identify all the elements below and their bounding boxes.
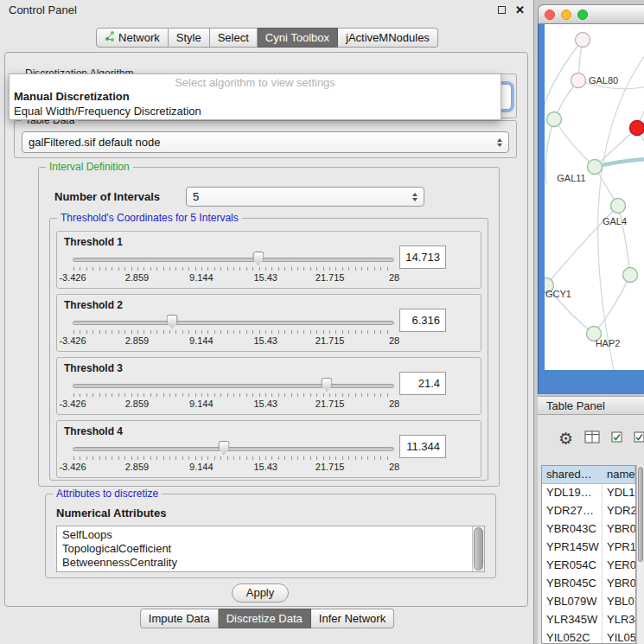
table-cell[interactable]: YDL19… xyxy=(542,484,603,502)
columns-icon[interactable] xyxy=(584,430,600,447)
threshold-4-slider[interactable]: -3.4262.8599.14415.4321.71528 xyxy=(73,440,394,476)
number-of-intervals-combobox[interactable]: 5 xyxy=(186,187,424,207)
scrollbar-thumb[interactable] xyxy=(638,467,643,562)
table-cell[interactable]: YBR045C xyxy=(542,575,603,593)
table-panel-titlebar[interactable]: Table Panel xyxy=(538,396,644,415)
table-cell[interactable]: YDR27… xyxy=(542,502,603,520)
table-row[interactable]: YLR345WYLR34 xyxy=(542,611,635,629)
network-canvas[interactable]: GAL80GAL11GAL4GCY1HAP2 xyxy=(545,24,644,370)
slider-track[interactable] xyxy=(73,321,394,325)
network-window-titlebar[interactable] xyxy=(538,4,644,24)
threshold-value-field[interactable]: 14.713 xyxy=(399,245,446,269)
close-icon[interactable]: ✕ xyxy=(515,4,525,16)
minimize-traffic-light-icon[interactable] xyxy=(561,10,571,20)
table-cell[interactable]: YDR27 xyxy=(603,502,635,520)
scrollbar-thumb[interactable] xyxy=(474,527,483,571)
table-cell[interactable]: YPR145W xyxy=(542,539,603,557)
table-cell[interactable]: YBL07 xyxy=(603,593,635,611)
dropdown-option-manual-discretization[interactable]: Manual Discretization xyxy=(10,89,501,104)
slider-thumb[interactable] xyxy=(167,315,178,328)
slider-scale-label: -3.426 xyxy=(59,272,86,283)
select-all-checkbox-icon[interactable] xyxy=(634,430,644,446)
table-cell[interactable]: YBR04 xyxy=(603,575,635,593)
threshold-1-slider[interactable]: -3.4262.8599.14415.4321.71528 xyxy=(73,251,394,287)
table-row[interactable]: YBR045CYBR04 xyxy=(542,575,635,593)
list-scrollbar[interactable] xyxy=(472,526,484,571)
column-header-shared-name[interactable]: shared… xyxy=(542,466,603,484)
table-scrollbar[interactable] xyxy=(636,465,644,644)
threshold-3-slider[interactable]: -3.4262.8599.14415.4321.71528 xyxy=(73,377,394,413)
network-icon xyxy=(105,31,115,44)
close-traffic-light-icon[interactable] xyxy=(545,10,555,20)
threshold-value-field[interactable]: 21.4 xyxy=(399,372,446,395)
tab-network[interactable]: Network xyxy=(96,28,169,48)
slider-track[interactable] xyxy=(73,447,394,451)
table-cell[interactable]: YIL05 xyxy=(603,629,635,644)
tab-impute-data[interactable]: Impute Data xyxy=(140,609,219,628)
numerical-attribute-item[interactable]: TopologicalCoefficient xyxy=(59,542,484,556)
table-cell[interactable]: YBL079W xyxy=(542,593,603,611)
table-cell[interactable]: YER05 xyxy=(603,557,635,575)
dropdown-option-equal-width-frequency[interactable]: Equal Width/Frequency Discretization xyxy=(10,104,501,118)
table-cell[interactable]: YBR04 xyxy=(603,520,635,539)
table-row[interactable]: YDR27…YDR27 xyxy=(542,502,635,520)
network-node[interactable] xyxy=(571,73,586,88)
table-cell[interactable]: YLR345W xyxy=(542,611,603,629)
network-edge[interactable] xyxy=(545,119,554,184)
tab-select[interactable]: Select xyxy=(210,28,258,48)
network-node-label: HAP2 xyxy=(596,338,621,348)
threshold-value-field[interactable]: 6.316 xyxy=(399,309,446,332)
network-node[interactable] xyxy=(547,112,562,127)
network-edge[interactable] xyxy=(554,119,595,167)
slider-thumb[interactable] xyxy=(321,378,332,392)
table-cell[interactable]: YPR14 xyxy=(603,539,635,557)
show-columns-checkbox-icon[interactable] xyxy=(611,430,622,446)
network-node[interactable] xyxy=(623,268,638,283)
network-edge[interactable] xyxy=(594,275,630,334)
table-row[interactable]: YBR043CYBR04 xyxy=(542,520,635,539)
apply-button[interactable]: Apply xyxy=(232,583,289,603)
slider-tick-marks xyxy=(73,267,393,271)
slider-scale-label: 28 xyxy=(389,272,399,283)
node-table: shared… name YDL19…YDL19YDR27…YDR27YBR04… xyxy=(541,465,636,644)
network-node[interactable] xyxy=(588,160,603,175)
control-panel-titlebar[interactable]: Control Panel ✕ xyxy=(0,0,533,19)
tab-jactivemnodules[interactable]: jActiveMNodules xyxy=(338,28,438,48)
float-window-icon[interactable] xyxy=(498,6,506,14)
numerical-attribute-item[interactable]: SelfLoops xyxy=(59,528,484,542)
threshold-2-slider[interactable]: -3.4262.8599.14415.4321.71528 xyxy=(73,314,394,350)
table-cell[interactable]: YIL052C xyxy=(542,629,603,644)
threshold-label: Threshold 3 xyxy=(64,362,123,374)
slider-thumb[interactable] xyxy=(252,252,264,265)
tab-style[interactable]: Style xyxy=(169,28,210,48)
zoom-traffic-light-icon[interactable] xyxy=(577,10,588,20)
slider-track[interactable] xyxy=(73,258,394,262)
threshold-value-field[interactable]: 11.344 xyxy=(399,435,446,458)
table-row[interactable]: YBL079WYBL07 xyxy=(542,593,635,611)
numerical-attributes-list[interactable]: SelfLoopsTopologicalCoefficientBetweenne… xyxy=(56,526,485,572)
tab-cyni-toolbox[interactable]: Cyni Toolbox xyxy=(258,28,338,48)
network-node[interactable] xyxy=(611,199,626,214)
gear-icon[interactable]: ⚙ xyxy=(558,430,573,447)
tab-discretize-data[interactable]: Discretize Data xyxy=(219,609,311,628)
table-cell[interactable]: YBR043C xyxy=(542,520,603,539)
column-header-name[interactable]: name xyxy=(603,466,635,484)
threshold-label: Threshold 4 xyxy=(64,425,123,437)
table-row[interactable]: YER054CYER05 xyxy=(542,557,635,575)
table-row[interactable]: YDL19…YDL19 xyxy=(542,484,635,502)
network-node[interactable] xyxy=(630,121,644,136)
slider-scale-label: -3.426 xyxy=(59,462,86,472)
tab-infer-network[interactable]: Infer Network xyxy=(311,609,394,628)
slider-track[interactable] xyxy=(73,384,394,388)
table-data-combobox[interactable]: galFiltered.sif default node xyxy=(22,131,509,153)
slider-thumb[interactable] xyxy=(218,441,229,455)
network-edge[interactable] xyxy=(545,40,583,104)
table-cell[interactable]: YER054C xyxy=(542,557,603,575)
network-node[interactable] xyxy=(576,33,590,48)
table-row[interactable]: YPR145WYPR14 xyxy=(542,539,635,557)
table-row[interactable]: YIL052CYIL05 xyxy=(542,629,635,644)
table-cell[interactable]: YLR34 xyxy=(603,611,635,629)
numerical-attribute-item[interactable]: BetweennessCentrality xyxy=(59,556,484,570)
network-graph[interactable]: GAL80GAL11GAL4GCY1HAP2 xyxy=(545,24,644,370)
table-cell[interactable]: YDL19 xyxy=(603,484,635,502)
